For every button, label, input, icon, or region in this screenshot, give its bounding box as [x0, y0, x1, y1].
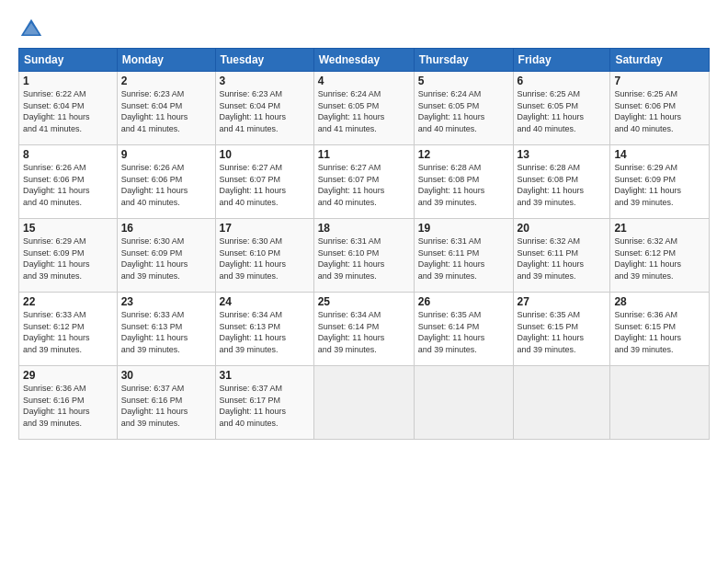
calendar-header-friday: Friday: [513, 49, 610, 72]
day-number: 22: [23, 295, 113, 308]
calendar-cell: 11Sunrise: 6:27 AM Sunset: 6:07 PM Dayli…: [313, 145, 414, 219]
calendar-week-row: 29Sunrise: 6:36 AM Sunset: 6:16 PM Dayli…: [19, 366, 710, 440]
day-info: Sunrise: 6:29 AM Sunset: 6:09 PM Dayligh…: [614, 162, 705, 208]
calendar-cell: 19Sunrise: 6:31 AM Sunset: 6:11 PM Dayli…: [414, 219, 513, 293]
day-info: Sunrise: 6:37 AM Sunset: 6:16 PM Dayligh…: [121, 383, 211, 429]
day-number: 16: [121, 222, 211, 235]
calendar-cell: 4Sunrise: 6:24 AM Sunset: 6:05 PM Daylig…: [313, 72, 414, 145]
calendar-cell: 23Sunrise: 6:33 AM Sunset: 6:13 PM Dayli…: [117, 293, 215, 366]
calendar-week-row: 8Sunrise: 6:26 AM Sunset: 6:06 PM Daylig…: [19, 145, 710, 219]
day-info: Sunrise: 6:32 AM Sunset: 6:12 PM Dayligh…: [614, 236, 705, 282]
day-info: Sunrise: 6:28 AM Sunset: 6:08 PM Dayligh…: [418, 162, 509, 208]
calendar-cell: 17Sunrise: 6:30 AM Sunset: 6:10 PM Dayli…: [215, 219, 313, 293]
day-info: Sunrise: 6:27 AM Sunset: 6:07 PM Dayligh…: [318, 162, 410, 208]
calendar-cell: 15Sunrise: 6:29 AM Sunset: 6:09 PM Dayli…: [19, 219, 118, 293]
calendar-header-thursday: Thursday: [414, 49, 513, 72]
calendar-cell: 1Sunrise: 6:22 AM Sunset: 6:04 PM Daylig…: [19, 72, 118, 145]
calendar-cell: 10Sunrise: 6:27 AM Sunset: 6:07 PM Dayli…: [215, 145, 313, 219]
day-info: Sunrise: 6:30 AM Sunset: 6:10 PM Dayligh…: [220, 236, 310, 282]
day-info: Sunrise: 6:26 AM Sunset: 6:06 PM Dayligh…: [23, 162, 113, 208]
calendar-cell: 12Sunrise: 6:28 AM Sunset: 6:08 PM Dayli…: [414, 145, 513, 219]
day-info: Sunrise: 6:26 AM Sunset: 6:06 PM Dayligh…: [121, 162, 211, 208]
day-info: Sunrise: 6:37 AM Sunset: 6:17 PM Dayligh…: [220, 383, 310, 429]
day-number: 30: [121, 369, 211, 382]
day-number: 2: [121, 75, 211, 87]
day-info: Sunrise: 6:35 AM Sunset: 6:14 PM Dayligh…: [418, 309, 509, 355]
day-number: 31: [220, 369, 310, 382]
calendar-header-saturday: Saturday: [610, 49, 710, 72]
calendar-cell: 27Sunrise: 6:35 AM Sunset: 6:15 PM Dayli…: [513, 293, 610, 366]
day-number: 21: [614, 222, 705, 235]
day-info: Sunrise: 6:34 AM Sunset: 6:13 PM Dayligh…: [220, 309, 310, 355]
day-info: Sunrise: 6:34 AM Sunset: 6:14 PM Dayligh…: [318, 309, 410, 355]
calendar-cell: 29Sunrise: 6:36 AM Sunset: 6:16 PM Dayli…: [19, 366, 118, 440]
calendar-cell: [313, 366, 414, 440]
day-number: 28: [614, 295, 705, 308]
day-number: 26: [418, 295, 509, 308]
day-number: 4: [318, 75, 410, 87]
day-number: 17: [220, 222, 310, 235]
calendar-cell: 9Sunrise: 6:26 AM Sunset: 6:06 PM Daylig…: [117, 145, 215, 219]
day-number: 15: [23, 222, 113, 235]
day-info: Sunrise: 6:25 AM Sunset: 6:06 PM Dayligh…: [614, 88, 705, 134]
calendar-cell: 21Sunrise: 6:32 AM Sunset: 6:12 PM Dayli…: [610, 219, 710, 293]
day-info: Sunrise: 6:31 AM Sunset: 6:11 PM Dayligh…: [418, 236, 509, 282]
day-info: Sunrise: 6:23 AM Sunset: 6:04 PM Dayligh…: [121, 88, 211, 134]
calendar-cell: 16Sunrise: 6:30 AM Sunset: 6:09 PM Dayli…: [117, 219, 215, 293]
day-number: 27: [518, 295, 607, 308]
calendar-cell: 8Sunrise: 6:26 AM Sunset: 6:06 PM Daylig…: [19, 145, 118, 219]
day-info: Sunrise: 6:35 AM Sunset: 6:15 PM Dayligh…: [518, 309, 607, 355]
day-info: Sunrise: 6:25 AM Sunset: 6:05 PM Dayligh…: [518, 88, 607, 134]
day-info: Sunrise: 6:23 AM Sunset: 6:04 PM Dayligh…: [220, 88, 310, 134]
day-number: 9: [121, 148, 211, 161]
calendar-cell: 25Sunrise: 6:34 AM Sunset: 6:14 PM Dayli…: [313, 293, 414, 366]
calendar-cell: 13Sunrise: 6:28 AM Sunset: 6:08 PM Dayli…: [513, 145, 610, 219]
calendar-header-monday: Monday: [117, 49, 215, 72]
top-row: [18, 17, 710, 42]
calendar-cell: 28Sunrise: 6:36 AM Sunset: 6:15 PM Dayli…: [610, 293, 710, 366]
calendar-cell: 6Sunrise: 6:25 AM Sunset: 6:05 PM Daylig…: [513, 72, 610, 145]
day-info: Sunrise: 6:33 AM Sunset: 6:13 PM Dayligh…: [121, 309, 211, 355]
calendar-cell: 22Sunrise: 6:33 AM Sunset: 6:12 PM Dayli…: [19, 293, 118, 366]
day-info: Sunrise: 6:27 AM Sunset: 6:07 PM Dayligh…: [220, 162, 310, 208]
calendar-cell: 20Sunrise: 6:32 AM Sunset: 6:11 PM Dayli…: [513, 219, 610, 293]
day-info: Sunrise: 6:29 AM Sunset: 6:09 PM Dayligh…: [23, 236, 113, 282]
calendar-cell: [513, 366, 610, 440]
day-number: 10: [220, 148, 310, 161]
day-number: 23: [121, 295, 211, 308]
calendar-cell: 3Sunrise: 6:23 AM Sunset: 6:04 PM Daylig…: [215, 72, 313, 145]
day-number: 7: [614, 75, 705, 87]
calendar-cell: 31Sunrise: 6:37 AM Sunset: 6:17 PM Dayli…: [215, 366, 313, 440]
day-number: 20: [518, 222, 607, 235]
day-info: Sunrise: 6:31 AM Sunset: 6:10 PM Dayligh…: [318, 236, 410, 282]
day-number: 19: [418, 222, 509, 235]
day-number: 13: [518, 148, 607, 161]
day-number: 8: [23, 148, 113, 161]
calendar-cell: 5Sunrise: 6:24 AM Sunset: 6:05 PM Daylig…: [414, 72, 513, 145]
calendar-cell: [610, 366, 710, 440]
calendar-cell: [414, 366, 513, 440]
day-info: Sunrise: 6:33 AM Sunset: 6:12 PM Dayligh…: [23, 309, 113, 355]
day-number: 12: [418, 148, 509, 161]
day-info: Sunrise: 6:36 AM Sunset: 6:16 PM Dayligh…: [23, 383, 113, 429]
day-number: 29: [23, 369, 113, 382]
day-info: Sunrise: 6:28 AM Sunset: 6:08 PM Dayligh…: [518, 162, 607, 208]
calendar-header-wednesday: Wednesday: [313, 49, 414, 72]
calendar-week-row: 22Sunrise: 6:33 AM Sunset: 6:12 PM Dayli…: [19, 293, 710, 366]
day-number: 25: [318, 295, 410, 308]
calendar-header-tuesday: Tuesday: [215, 49, 313, 72]
calendar-week-row: 1Sunrise: 6:22 AM Sunset: 6:04 PM Daylig…: [19, 72, 710, 145]
day-info: Sunrise: 6:30 AM Sunset: 6:09 PM Dayligh…: [121, 236, 211, 282]
page: SundayMondayTuesdayWednesdayThursdayFrid…: [0, 0, 728, 563]
day-info: Sunrise: 6:22 AM Sunset: 6:04 PM Dayligh…: [23, 88, 113, 134]
day-info: Sunrise: 6:32 AM Sunset: 6:11 PM Dayligh…: [518, 236, 607, 282]
calendar-cell: 7Sunrise: 6:25 AM Sunset: 6:06 PM Daylig…: [610, 72, 710, 145]
day-number: 14: [614, 148, 705, 161]
calendar-cell: 30Sunrise: 6:37 AM Sunset: 6:16 PM Dayli…: [117, 366, 215, 440]
calendar-cell: 26Sunrise: 6:35 AM Sunset: 6:14 PM Dayli…: [414, 293, 513, 366]
day-number: 18: [318, 222, 410, 235]
day-info: Sunrise: 6:36 AM Sunset: 6:15 PM Dayligh…: [614, 309, 705, 355]
calendar-cell: 18Sunrise: 6:31 AM Sunset: 6:10 PM Dayli…: [313, 219, 414, 293]
logo: [18, 17, 48, 42]
day-number: 5: [418, 75, 509, 87]
